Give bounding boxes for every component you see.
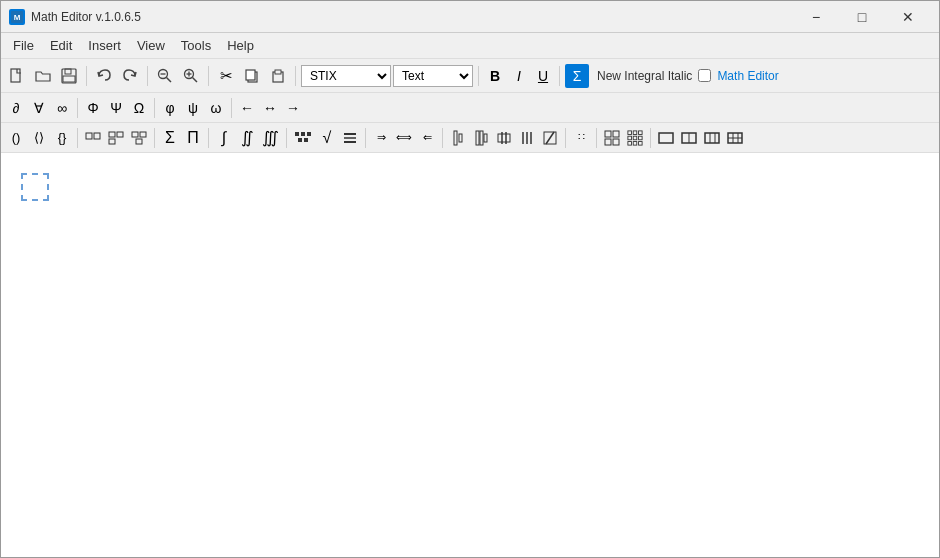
menu-insert[interactable]: Insert: [80, 35, 129, 56]
open-button[interactable]: [31, 64, 55, 88]
svg-rect-56: [639, 136, 643, 140]
main-toolbar: ✂ STIX Times New Roman Arial Text Math B…: [1, 59, 939, 93]
box-sym-3[interactable]: [128, 126, 150, 150]
menu-file[interactable]: File: [5, 35, 42, 56]
math-editor-link[interactable]: Math Editor: [717, 69, 778, 83]
svg-rect-47: [605, 131, 611, 137]
cut-button[interactable]: ✂: [214, 64, 238, 88]
struct-sep-1: [77, 128, 78, 148]
svg-rect-58: [633, 141, 637, 145]
main-window: M Math Editor v.1.0.6.5 − □ ✕ File Edit …: [0, 0, 940, 558]
fraction-symbol[interactable]: [339, 126, 361, 150]
grid-2x2[interactable]: [601, 126, 623, 150]
redo-button[interactable]: [118, 64, 142, 88]
svg-rect-35: [459, 134, 462, 142]
integral-2[interactable]: ∬: [236, 126, 258, 150]
copy-button[interactable]: [240, 64, 264, 88]
vert-bar-3[interactable]: [493, 126, 515, 150]
vert-bar-4[interactable]: [516, 126, 538, 150]
grid-3x3[interactable]: [624, 126, 646, 150]
paren-bracket[interactable]: (): [5, 126, 27, 150]
struct-sep-5: [365, 128, 366, 148]
psi-lower-symbol[interactable]: ψ: [182, 96, 204, 120]
bold-button[interactable]: B: [484, 65, 506, 87]
box-frame-4[interactable]: [724, 126, 746, 150]
math-editor-checkbox[interactable]: [698, 69, 711, 82]
canvas-scroll[interactable]: [1, 153, 939, 557]
font-select[interactable]: STIX Times New Roman Arial: [301, 65, 391, 87]
svg-rect-48: [613, 131, 619, 137]
svg-rect-49: [605, 139, 611, 145]
menu-tools[interactable]: Tools: [173, 35, 219, 56]
svg-rect-38: [484, 134, 487, 142]
new-button[interactable]: [5, 64, 29, 88]
zoom-in-button[interactable]: [179, 64, 203, 88]
close-button[interactable]: ✕: [885, 1, 931, 33]
style-select[interactable]: Text Math Bold: [393, 65, 473, 87]
arrow-sym-2[interactable]: ⟺: [393, 126, 415, 150]
minimize-button[interactable]: −: [793, 1, 839, 33]
right-arrow-symbol[interactable]: →: [282, 96, 304, 120]
title-bar: M Math Editor v.1.0.6.5 − □ ✕: [1, 1, 939, 33]
slash-bar[interactable]: [539, 126, 561, 150]
dots-sym[interactable]: ∷: [570, 126, 592, 150]
summation-symbol[interactable]: Σ: [159, 126, 181, 150]
underline-button[interactable]: U: [532, 65, 554, 87]
save-button[interactable]: [57, 64, 81, 88]
svg-rect-23: [132, 132, 138, 137]
arrow-sym-3[interactable]: ⇐: [416, 126, 438, 150]
zoom-out-button[interactable]: [153, 64, 177, 88]
box-frame-2[interactable]: [678, 126, 700, 150]
svg-rect-6: [63, 76, 75, 82]
title-bar-left: M Math Editor v.1.0.6.5: [9, 9, 141, 25]
svg-text:M: M: [14, 13, 21, 22]
omega-lower-symbol[interactable]: ω: [205, 96, 227, 120]
svg-rect-53: [639, 130, 643, 134]
svg-rect-60: [659, 133, 673, 143]
box-sym-1[interactable]: [82, 126, 104, 150]
svg-rect-31: [344, 133, 356, 135]
sigma-button[interactable]: Σ: [565, 64, 589, 88]
menu-view[interactable]: View: [129, 35, 173, 56]
left-arrow-symbol[interactable]: ←: [236, 96, 258, 120]
svg-rect-19: [94, 133, 100, 139]
radical-symbol[interactable]: √: [316, 126, 338, 150]
struct-sep-8: [596, 128, 597, 148]
svg-rect-54: [628, 136, 632, 140]
menu-bar: File Edit Insert View Tools Help: [1, 33, 939, 59]
matrix-sym-1[interactable]: [291, 126, 315, 150]
product-symbol[interactable]: Π: [182, 126, 204, 150]
integral-3[interactable]: ∭: [259, 126, 282, 150]
svg-rect-24: [140, 132, 146, 137]
infinity-symbol[interactable]: ∞: [51, 96, 73, 120]
struct-toolbar: () ⟨⟩ {} Σ Π ∫ ∬ ∭ √ ⇒ ⟺ ⇐: [1, 123, 939, 153]
angle-bracket[interactable]: ⟨⟩: [28, 126, 50, 150]
box-sym-2[interactable]: [105, 126, 127, 150]
integral-1[interactable]: ∫: [213, 126, 235, 150]
svg-rect-59: [639, 141, 643, 145]
partial-symbol[interactable]: ∂: [5, 96, 27, 120]
both-arrow-symbol[interactable]: ↔: [259, 96, 281, 120]
vert-bar-2[interactable]: [470, 126, 492, 150]
menu-edit[interactable]: Edit: [42, 35, 80, 56]
psi-upper-symbol[interactable]: Ψ: [105, 96, 127, 120]
paste-button[interactable]: [266, 64, 290, 88]
box-frame-3[interactable]: [701, 126, 723, 150]
phi-upper-symbol[interactable]: Φ: [82, 96, 104, 120]
curly-bracket[interactable]: {}: [51, 126, 73, 150]
phi-lower-symbol[interactable]: φ: [159, 96, 181, 120]
maximize-button[interactable]: □: [839, 1, 885, 33]
forall-symbol[interactable]: ∀: [28, 96, 50, 120]
vert-bar-1[interactable]: [447, 126, 469, 150]
window-controls: − □ ✕: [793, 1, 931, 33]
italic-button[interactable]: I: [508, 65, 530, 87]
struct-sep-4: [286, 128, 287, 148]
box-frame-1[interactable]: [655, 126, 677, 150]
omega-upper-symbol[interactable]: Ω: [128, 96, 150, 120]
menu-help[interactable]: Help: [219, 35, 262, 56]
undo-button[interactable]: [92, 64, 116, 88]
formula-box[interactable]: [21, 173, 49, 201]
svg-rect-27: [301, 132, 305, 136]
svg-rect-41: [498, 134, 510, 142]
arrow-sym-1[interactable]: ⇒: [370, 126, 392, 150]
